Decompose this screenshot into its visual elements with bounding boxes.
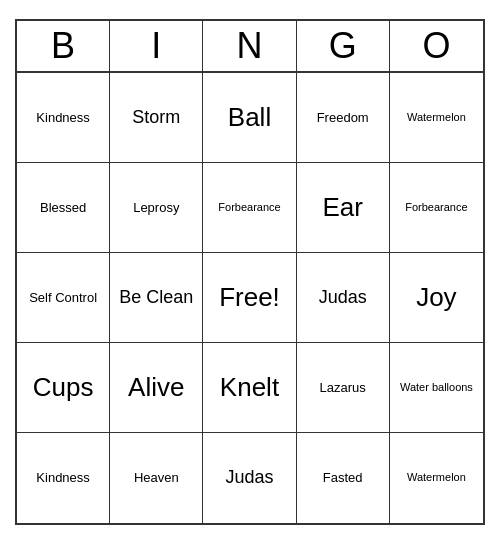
header-letter: I (110, 21, 203, 71)
cell-text: Kindness (36, 110, 89, 126)
cell-text: Self Control (29, 290, 97, 306)
cell-text: Leprosy (133, 200, 179, 216)
cell-text: Heaven (134, 470, 179, 486)
bingo-cell: Forbearance (203, 163, 296, 253)
cell-text: Freedom (317, 110, 369, 126)
cell-text: Judas (225, 467, 273, 489)
cell-text: Ball (228, 102, 271, 133)
bingo-cell: Leprosy (110, 163, 203, 253)
cell-text: Knelt (220, 372, 279, 403)
bingo-cell: Ball (203, 73, 296, 163)
bingo-cell: Blessed (17, 163, 110, 253)
bingo-cell: Fasted (297, 433, 390, 523)
header-letter: O (390, 21, 483, 71)
cell-text: Ear (322, 192, 362, 223)
bingo-cell: Storm (110, 73, 203, 163)
bingo-cell: Watermelon (390, 433, 483, 523)
cell-text: Be Clean (119, 287, 193, 309)
cell-text: Blessed (40, 200, 86, 216)
bingo-cell: Self Control (17, 253, 110, 343)
bingo-cell: Judas (203, 433, 296, 523)
bingo-header: BINGO (17, 21, 483, 73)
bingo-cell: Water balloons (390, 343, 483, 433)
bingo-cell: Ear (297, 163, 390, 253)
cell-text: Forbearance (405, 201, 467, 214)
header-letter: G (297, 21, 390, 71)
bingo-grid: KindnessStormBallFreedomWatermelonBlesse… (17, 73, 483, 523)
bingo-cell: Watermelon (390, 73, 483, 163)
cell-text: Water balloons (400, 381, 473, 394)
cell-text: Watermelon (407, 471, 466, 484)
cell-text: Kindness (36, 470, 89, 486)
cell-text: Alive (128, 372, 184, 403)
cell-text: Joy (416, 282, 456, 313)
bingo-card: BINGO KindnessStormBallFreedomWatermelon… (15, 19, 485, 525)
header-letter: B (17, 21, 110, 71)
cell-text: Lazarus (320, 380, 366, 396)
bingo-cell: Be Clean (110, 253, 203, 343)
cell-text: Free! (219, 282, 280, 313)
cell-text: Watermelon (407, 111, 466, 124)
cell-text: Cups (33, 372, 94, 403)
cell-text: Fasted (323, 470, 363, 486)
bingo-cell: Lazarus (297, 343, 390, 433)
bingo-cell: Free! (203, 253, 296, 343)
cell-text: Judas (319, 287, 367, 309)
bingo-cell: Forbearance (390, 163, 483, 253)
cell-text: Forbearance (218, 201, 280, 214)
bingo-cell: Judas (297, 253, 390, 343)
bingo-cell: Cups (17, 343, 110, 433)
bingo-cell: Alive (110, 343, 203, 433)
cell-text: Storm (132, 107, 180, 129)
bingo-cell: Kindness (17, 433, 110, 523)
bingo-cell: Freedom (297, 73, 390, 163)
bingo-cell: Kindness (17, 73, 110, 163)
header-letter: N (203, 21, 296, 71)
bingo-cell: Joy (390, 253, 483, 343)
bingo-cell: Knelt (203, 343, 296, 433)
bingo-cell: Heaven (110, 433, 203, 523)
